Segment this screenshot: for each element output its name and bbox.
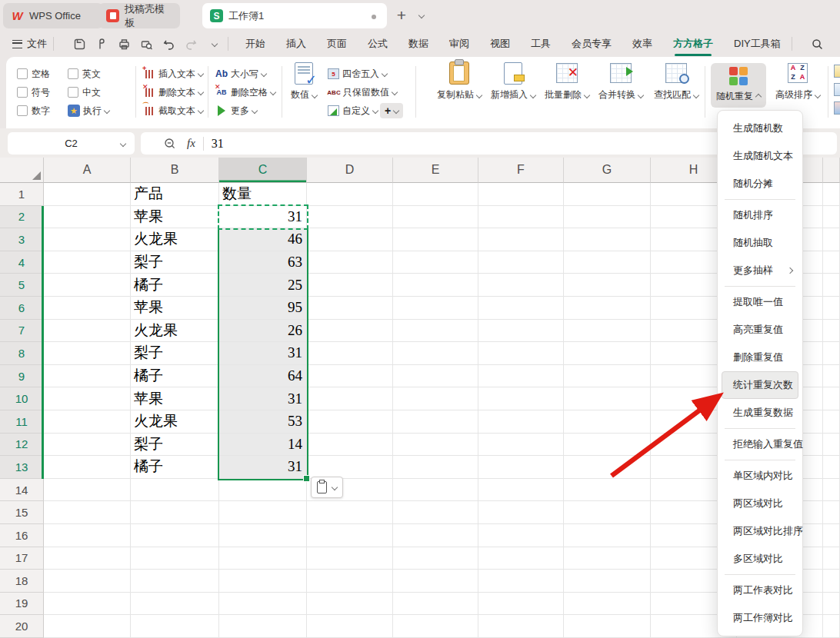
menu-item[interactable]: 公式 (368, 32, 388, 56)
tab-template-store[interactable]: 找稿壳模板 (98, 3, 180, 28)
cell-A4[interactable] (44, 251, 131, 274)
cell-G1[interactable] (564, 183, 651, 206)
dropdown-item-extract-unique[interactable]: 提取唯一值 (718, 288, 802, 316)
cell-F16[interactable] (478, 524, 564, 547)
menu-item[interactable]: DIY工具箱 (734, 32, 781, 56)
merge-convert-button[interactable]: 合并转换 (595, 60, 646, 108)
copy-paste-button[interactable]: 复制粘贴 (434, 60, 485, 108)
dropdown-item-reject-duplicate-input[interactable]: 拒绝输入重复值 (718, 430, 802, 458)
cell[interactable] (823, 387, 840, 410)
row-header-14[interactable]: 14 (0, 479, 44, 502)
cell-B12[interactable]: 梨子 (131, 434, 219, 457)
cell[interactable] (823, 320, 840, 343)
cell[interactable] (823, 615, 840, 638)
cell[interactable] (823, 434, 840, 457)
column-header-F[interactable]: F (478, 158, 564, 183)
dropdown-item-more-sampling[interactable]: 更多抽样 (718, 257, 802, 284)
more-button[interactable]: 更多 (215, 103, 257, 118)
cell-G20[interactable] (564, 615, 651, 638)
row-header-11[interactable]: 11 (0, 410, 44, 434)
save-icon[interactable] (71, 35, 88, 52)
row-header-12[interactable]: 12 (0, 434, 44, 457)
file-menu-button[interactable]: 文件 (12, 37, 47, 51)
cell-E14[interactable] (393, 479, 478, 502)
cell-B2[interactable]: 苹果 (131, 206, 219, 229)
advanced-sort-button[interactable]: AZZA 高级排序 (771, 60, 825, 108)
cell-B4[interactable]: 梨子 (131, 251, 219, 274)
cell-D16[interactable] (307, 524, 393, 547)
cell-D12[interactable] (307, 434, 393, 457)
random-repeat-button[interactable]: 随机重复 (711, 63, 766, 108)
cell-E12[interactable] (393, 434, 478, 457)
cell[interactable] (823, 228, 840, 251)
menu-item[interactable]: 插入 (286, 32, 306, 56)
column-header-C[interactable]: C (219, 158, 307, 183)
checkbox-digit[interactable]: 数字 (17, 103, 50, 118)
cell[interactable] (823, 206, 840, 229)
dropdown-item-count-duplicates[interactable]: 统计重复次数 (722, 371, 798, 399)
cell-E4[interactable] (393, 251, 478, 274)
row-header-15[interactable]: 15 (0, 501, 44, 524)
cell-A15[interactable] (44, 501, 131, 524)
cell-D1[interactable] (307, 183, 393, 206)
cell-D2[interactable] (307, 206, 393, 229)
letter-case-button[interactable]: Ab 大小写 (215, 66, 266, 81)
checkbox-icon[interactable] (68, 87, 78, 98)
cell-A9[interactable] (44, 365, 131, 388)
cell-E11[interactable] (393, 410, 478, 434)
cell-A12[interactable] (44, 434, 131, 457)
cell-E2[interactable] (393, 206, 478, 229)
menu-item[interactable]: 方方格子 (673, 32, 713, 56)
find-match-button[interactable]: 查找匹配 (651, 60, 702, 108)
cell-G5[interactable] (564, 274, 651, 297)
cell-C10[interactable]: 31 (219, 387, 307, 410)
cell-B13[interactable]: 橘子 (131, 456, 219, 479)
print-icon[interactable] (115, 35, 132, 52)
dropdown-item-gen-random-number[interactable]: 生成随机数 (718, 115, 802, 142)
cell-E18[interactable] (393, 570, 478, 593)
cell-B19[interactable] (131, 593, 219, 616)
numeric-button[interactable]: 数值 (285, 60, 323, 108)
cell-D3[interactable] (307, 228, 393, 251)
row-header-7[interactable]: 7 (0, 320, 44, 343)
cell-F1[interactable] (478, 183, 564, 206)
row-header-4[interactable]: 4 (0, 251, 44, 274)
row-header-18[interactable]: 18 (0, 570, 44, 593)
magnifier-minus-icon[interactable] (164, 138, 176, 150)
cell-E16[interactable] (393, 524, 478, 547)
cell-G16[interactable] (564, 524, 651, 547)
row-header-10[interactable]: 10 (0, 387, 44, 410)
column-header-G[interactable]: G (564, 158, 651, 183)
menu-item[interactable]: 审阅 (449, 32, 469, 56)
cell-A17[interactable] (44, 547, 131, 570)
extract-text-button[interactable]: ⌒ 截取文本 (143, 103, 203, 118)
cell-G17[interactable] (564, 547, 651, 570)
cell-G10[interactable] (564, 387, 651, 410)
quick-access-chevron-icon[interactable] (205, 35, 222, 52)
dropdown-item-random-extract[interactable]: 随机抽取 (718, 229, 802, 257)
cell[interactable] (823, 183, 840, 206)
dropdown-item-two-sheet-compare[interactable]: 两工作表对比 (718, 577, 802, 604)
cell[interactable] (823, 479, 840, 502)
cell-B15[interactable] (131, 501, 219, 524)
cell-G13[interactable] (564, 456, 651, 479)
row-header-1[interactable]: 1 (0, 183, 44, 206)
undo-icon[interactable] (160, 35, 177, 52)
dropdown-item-random-sort[interactable]: 随机排序 (718, 201, 802, 229)
cell-E7[interactable] (393, 320, 478, 343)
cell-G2[interactable] (564, 206, 651, 229)
tab-workbook1[interactable]: S 工作簿1 (202, 3, 387, 28)
dropdown-item-random-distribute[interactable]: 随机分摊 (718, 170, 802, 198)
cell-A3[interactable] (44, 228, 131, 251)
menu-item[interactable]: 效率 (632, 32, 652, 56)
cell-G11[interactable] (564, 410, 651, 434)
cell-B6[interactable]: 苹果 (131, 297, 219, 320)
cell-B3[interactable]: 火龙果 (131, 228, 219, 251)
dropdown-item-highlight-duplicates[interactable]: 高亮重复值 (718, 316, 802, 344)
dropdown-item-multi-range-compare[interactable]: 多区域对比 (718, 545, 802, 573)
cell-F3[interactable] (478, 228, 564, 251)
cell[interactable] (823, 524, 840, 547)
name-box-chevron-icon[interactable] (120, 140, 126, 146)
cell-B11[interactable]: 火龙果 (131, 410, 219, 434)
row-header-2[interactable]: 2 (0, 206, 44, 229)
